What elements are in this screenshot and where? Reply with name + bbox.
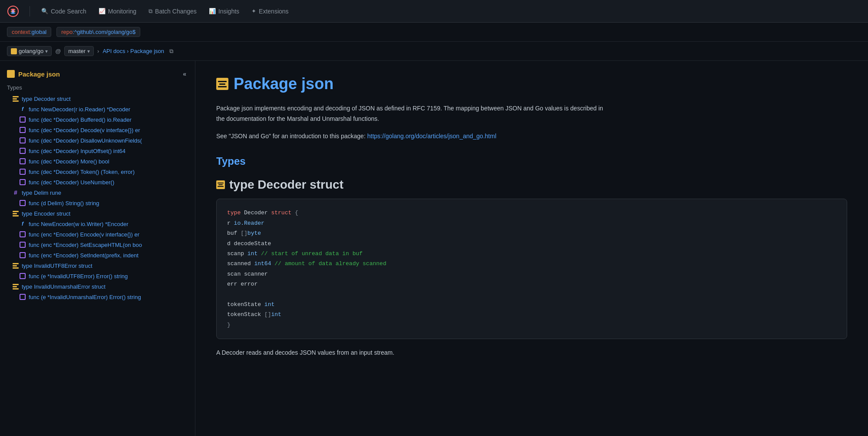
sidebar-item-decoder-decode[interactable]: func (dec *Decoder) Decode(v interface{}… xyxy=(0,125,195,135)
doc-description-2: See "JSON and Go" for an introduction to… xyxy=(216,131,607,142)
method-icon xyxy=(19,252,26,259)
struct-icon xyxy=(12,283,19,290)
nav-item-batch-changes[interactable]: ⧉ Batch Changes xyxy=(144,5,201,17)
sidebar-item-encoder-struct[interactable]: type Encoder struct xyxy=(0,208,195,219)
sidebar-item-label: type Decoder struct xyxy=(22,96,71,102)
context-value: global xyxy=(32,29,47,35)
breadcrumb-path-separator: › xyxy=(127,48,130,54)
nav-label-code-search: Code Search xyxy=(51,8,86,15)
types-section-heading: Types xyxy=(216,155,847,167)
breadcrumb-row: golang/go ▾ @ master ▾ › API docs › Pack… xyxy=(0,42,868,61)
struct-icon xyxy=(12,95,19,102)
sidebar-item-decoder-inputoffset[interactable]: func (dec *Decoder) InputOffset() int64 xyxy=(0,146,195,156)
method-icon xyxy=(19,126,26,133)
sidebar-item-encoder-setescapehtml[interactable]: func (enc *Encoder) SetEscapeHTML(on boo xyxy=(0,240,195,250)
sidebar-header-icon xyxy=(7,70,15,78)
decoder-struct-title: type Decoder struct xyxy=(229,178,343,192)
breadcrumb-repo[interactable]: golang/go ▾ xyxy=(7,46,52,56)
method-icon xyxy=(19,147,26,154)
sidebar-item-decoder-token[interactable]: func (dec *Decoder) Token() (Token, erro… xyxy=(0,166,195,177)
doc-desc2-link[interactable]: https://golang.org/doc/articles/json_and… xyxy=(367,133,496,140)
doc-title: Package json xyxy=(216,75,847,93)
repo-name: golang/go xyxy=(19,48,43,54)
sidebar-item-label: func (dec *Decoder) More() bool xyxy=(29,158,109,165)
sidebar-item-decoder-buffered[interactable]: func (dec *Decoder) Buffered() io.Reader xyxy=(0,114,195,125)
sidebar-section-types: Types xyxy=(0,82,195,93)
breadcrumb-path-package[interactable]: Package json xyxy=(130,48,164,54)
doc-description-1: Package json implements encoding and dec… xyxy=(216,103,607,124)
sidebar-item-invalidunmarshalerror-error[interactable]: func (e *InvalidUnmarshalError) Error() … xyxy=(0,292,195,302)
nav-item-code-search[interactable]: 🔍 Code Search xyxy=(37,5,91,17)
sidebar-item-invalidunmarshalerror-struct[interactable]: type InvalidUnmarshalError struct xyxy=(0,281,195,292)
ref-name: master xyxy=(68,48,86,54)
nav-label-monitoring: Monitoring xyxy=(108,8,136,15)
nav-label-extensions: Extensions xyxy=(259,8,288,15)
nav-item-extensions[interactable]: ✦ Extensions xyxy=(247,5,293,17)
package-icon xyxy=(216,78,228,90)
breadcrumb-at: @ xyxy=(55,48,61,54)
func-icon: f xyxy=(19,220,26,227)
topnav: 🔍 Code Search 📈 Monitoring ⧉ Batch Chang… xyxy=(0,0,868,23)
ref-dropdown-chevron: ▾ xyxy=(87,48,90,54)
decoder-struct-header: type Decoder struct xyxy=(216,178,847,192)
sidebar-item-label: func (e *InvalidUnmarshalError) Error() … xyxy=(29,294,141,300)
sidebar-item-label: func (enc *Encoder) SetIndent(prefix, in… xyxy=(29,252,139,259)
code-line-7: scan scanner xyxy=(227,269,836,279)
sidebar-item-invalidutf8error-error[interactable]: func (e *InvalidUTF8Error) Error() strin… xyxy=(0,271,195,281)
sidebar-item-decoder-usenumber[interactable]: func (dec *Decoder) UseNumber() xyxy=(0,177,195,187)
nav-label-batch-changes: Batch Changes xyxy=(155,8,197,15)
struct-icon xyxy=(12,210,19,217)
decoder-code-block: type Decoder struct { r io.Reader buf []… xyxy=(216,199,847,339)
doc-area: Package json Package json implements enc… xyxy=(195,61,868,436)
repo-key: repo xyxy=(61,29,73,35)
search-icon: 🔍 xyxy=(41,8,48,14)
sidebar-item-delim-string[interactable]: func (d Delim) String() string xyxy=(0,198,195,208)
nav-item-monitoring[interactable]: 📈 Monitoring xyxy=(94,5,141,17)
sidebar-item-newdecoder[interactable]: f func NewDecoder(r io.Reader) *Decoder xyxy=(0,104,195,114)
sidebar-item-label: func (dec *Decoder) UseNumber() xyxy=(29,179,114,186)
sidebar-item-encoder-encode[interactable]: func (enc *Encoder) Encode(v interface{}… xyxy=(0,229,195,240)
svg-point-1 xyxy=(12,10,14,13)
sidebar-title: Package json xyxy=(18,70,60,78)
sidebar-item-label: func (dec *Decoder) InputOffset() int64 xyxy=(29,148,125,154)
sidebar-item-label: func (enc *Encoder) Encode(v interface{}… xyxy=(29,231,139,238)
sidebar-item-label: func (d Delim) String() string xyxy=(29,200,99,206)
sidebar-item-encoder-setindent[interactable]: func (enc *Encoder) SetIndent(prefix, in… xyxy=(0,250,195,260)
repo-icon xyxy=(11,48,17,54)
sidebar-item-label: func (dec *Decoder) Decode(v interface{}… xyxy=(29,127,140,133)
code-line-9: tokenState int xyxy=(227,300,836,310)
sidebar-collapse-button[interactable]: « xyxy=(181,69,188,79)
sidebar-item-label: type Delim rune xyxy=(22,190,61,196)
sidebar-item-newencoder[interactable]: f func NewEncoder(w io.Writer) *Encoder xyxy=(0,219,195,229)
hash-icon: # xyxy=(12,189,19,196)
nav-item-insights[interactable]: 📊 Insights xyxy=(205,5,244,17)
sidebar-item-label: func (dec *Decoder) Token() (Token, erro… xyxy=(29,169,135,175)
breadcrumb-path: API docs › Package json xyxy=(102,48,164,54)
copy-button[interactable]: ⧉ xyxy=(168,46,175,57)
breadcrumb-path-apidocs[interactable]: API docs xyxy=(102,48,125,54)
monitoring-icon: 📈 xyxy=(99,8,106,14)
code-line-blank xyxy=(227,290,836,300)
sidebar-item-decoder-struct[interactable]: type Decoder struct xyxy=(0,93,195,104)
method-icon xyxy=(19,116,26,123)
sidebar-item-decoder-more[interactable]: func (dec *Decoder) More() bool xyxy=(0,156,195,166)
repo-dropdown-chevron: ▾ xyxy=(45,48,48,54)
searchbar-row: context:global repo:^github\.com/golang/… xyxy=(0,23,868,42)
sidebar-item-delim-rune[interactable]: # type Delim rune xyxy=(0,187,195,198)
nav-label-insights: Insights xyxy=(218,8,239,15)
decoder-struct-icon xyxy=(216,180,225,189)
sidebar-item-decoder-disallow[interactable]: func (dec *Decoder) DisallowUnknownField… xyxy=(0,135,195,146)
method-icon xyxy=(19,200,26,206)
sidebar-item-invalidutf8error-struct[interactable]: type InvalidUTF8Error struct xyxy=(0,260,195,271)
search-repo-token[interactable]: repo:^github\.com/golang/go$ xyxy=(56,27,140,37)
search-context-token[interactable]: context:global xyxy=(7,27,51,37)
sidebar-item-label: func (e *InvalidUTF8Error) Error() strin… xyxy=(29,273,128,280)
method-icon xyxy=(19,293,26,300)
breadcrumb-ref[interactable]: master ▾ xyxy=(64,46,94,56)
code-line-5: scanp int // start of unread data in buf xyxy=(227,249,836,259)
extensions-icon: ✦ xyxy=(251,8,256,14)
method-icon xyxy=(19,241,26,248)
code-line-3: buf []byte xyxy=(227,228,836,238)
method-icon xyxy=(19,179,26,186)
logo[interactable] xyxy=(7,5,19,17)
